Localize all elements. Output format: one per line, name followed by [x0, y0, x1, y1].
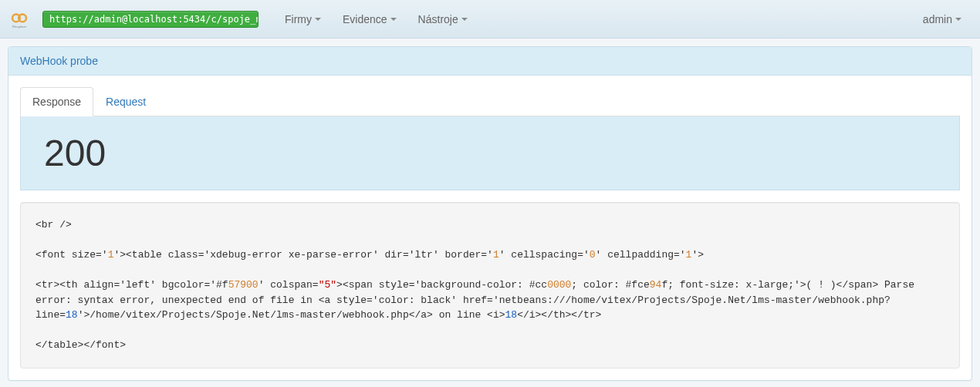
webhook-panel: WebHook probe Response Request 200 <br /…	[8, 46, 972, 381]
menu-evidence[interactable]: Evidence	[332, 2, 407, 37]
response-body: <br /> <font size='1'><table class='xdeb…	[35, 217, 945, 353]
caret-icon	[461, 18, 468, 21]
user-menu-wrap: admin	[912, 2, 972, 37]
tab-response[interactable]: Response	[20, 87, 93, 116]
menu-firmy[interactable]: Firmy	[274, 2, 332, 37]
status-jumbotron: 200	[20, 116, 960, 190]
tabs: Response Request	[20, 87, 960, 116]
app-logo[interactable]: Flexplorer	[8, 8, 31, 31]
user-name: admin	[923, 13, 952, 25]
tab-request[interactable]: Request	[93, 87, 158, 116]
status-code: 200	[44, 132, 936, 174]
response-body-well: <br /> <font size='1'><table class='xdeb…	[20, 202, 960, 368]
menu-label: Firmy	[285, 13, 312, 25]
menu-label: Evidence	[343, 13, 387, 25]
caret-icon	[315, 18, 321, 21]
svg-text:Flexplorer: Flexplorer	[12, 25, 27, 29]
tab-request-label: Request	[93, 87, 158, 116]
user-menu[interactable]: admin	[912, 2, 972, 37]
menu-nastroje[interactable]: Nástroje	[407, 2, 478, 37]
main-menu: Firmy Evidence Nástroje	[274, 2, 478, 37]
menu-label: Nástroje	[418, 13, 458, 25]
top-navbar: Flexplorer https://admin@localhost:5434/…	[0, 0, 980, 39]
panel-title: WebHook probe	[8, 47, 972, 76]
caret-icon	[390, 18, 397, 21]
url-badge[interactable]: https://admin@localhost:5434/c/spoje_net…	[42, 11, 259, 28]
caret-icon	[955, 18, 961, 21]
tab-response-label: Response	[20, 87, 93, 116]
